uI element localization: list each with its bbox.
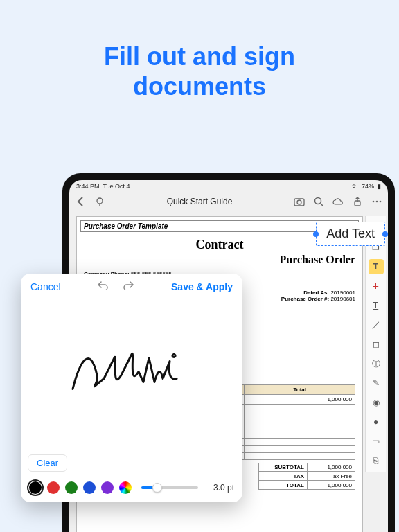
save-apply-button[interactable]: Save & Apply <box>171 281 233 292</box>
po-num-val: 20190601 <box>330 296 355 302</box>
bulb-icon[interactable] <box>94 196 105 207</box>
svg-point-7 <box>373 201 375 203</box>
tax-val: Tax Free <box>307 472 355 481</box>
swatch-custom[interactable] <box>119 481 132 494</box>
tool-stamp-icon[interactable]: ◉ <box>369 395 384 410</box>
cancel-button[interactable]: Cancel <box>30 281 61 292</box>
dated-val: 20190601 <box>330 290 355 296</box>
tool-image-icon[interactable]: ▭ <box>369 434 384 449</box>
tool-text-icon[interactable]: T <box>369 259 384 274</box>
swatch-red[interactable] <box>47 481 60 494</box>
tool-mic-icon[interactable]: ● <box>369 414 384 429</box>
status-bar: 3:44 PM Tue Oct 4 ᯤ 74% ▮ <box>69 180 388 191</box>
swatch-purple[interactable] <box>101 481 114 494</box>
undo-icon[interactable] <box>97 281 109 293</box>
camera-icon[interactable] <box>294 196 305 207</box>
battery-icon: ▮ <box>378 183 381 190</box>
back-icon[interactable] <box>75 196 86 207</box>
total-label: TOTAL <box>258 481 307 490</box>
tool-link-icon[interactable]: ⎘ <box>369 453 384 468</box>
app-toolbar: Quick Start Guide <box>69 191 388 212</box>
svg-point-9 <box>380 201 382 203</box>
svg-point-8 <box>376 201 378 203</box>
signature-footer: Clear 3.0 pt <box>21 450 242 502</box>
battery-percent: 74% <box>362 183 374 190</box>
svg-point-0 <box>97 198 103 204</box>
right-tool-rail: ▣ ❐ T T T ／ ◻ Ⓣ ✎ ◉ ● ▭ ⎘ <box>365 216 386 472</box>
more-icon[interactable] <box>371 196 382 207</box>
subtotal-label: SUBTOTAL <box>258 463 307 472</box>
thickness-slider[interactable] <box>141 486 198 489</box>
signature-canvas[interactable] <box>21 300 242 450</box>
cloud-icon[interactable] <box>332 196 344 207</box>
doc-title-toolbar: Quick Start Guide <box>114 197 285 206</box>
swatch-green[interactable] <box>65 481 78 494</box>
tool-strike-icon[interactable]: T <box>369 278 384 294</box>
status-date: Tue Oct 4 <box>103 183 130 190</box>
status-right: ᯤ 74% ▮ <box>352 183 381 190</box>
dated-label: Dated As: <box>303 290 329 296</box>
po-num-label: Purchase Order #: <box>281 296 329 302</box>
svg-line-5 <box>321 204 323 206</box>
status-time: 3:44 PM <box>76 183 100 190</box>
clear-button[interactable]: Clear <box>28 454 67 472</box>
tax-label: TAX <box>258 472 307 481</box>
swatch-blue[interactable] <box>83 481 96 494</box>
add-text-label: Add Text <box>326 227 375 240</box>
tool-pen-icon[interactable]: ／ <box>369 317 384 332</box>
search-icon[interactable] <box>313 196 324 207</box>
svg-point-4 <box>315 198 321 204</box>
redo-icon[interactable] <box>122 281 134 293</box>
signature-stroke <box>66 341 197 403</box>
thickness-value: 3.0 pt <box>208 483 234 493</box>
total-val: 1,000,000 <box>307 481 355 490</box>
add-text-callout[interactable]: Add Text <box>316 222 385 246</box>
svg-point-3 <box>297 200 301 204</box>
signature-panel: Cancel Save & Apply Clear <box>21 274 242 502</box>
swatch-black[interactable] <box>29 481 42 494</box>
share-icon[interactable] <box>352 196 363 207</box>
col-total: Total <box>245 385 355 395</box>
headline-line1: Fill out and sign <box>104 42 295 71</box>
signature-toolbar: Cancel Save & Apply <box>21 274 242 300</box>
po-subtitle: Purchase Order <box>84 254 355 266</box>
subtotal-val: 1,000,000 <box>307 463 355 472</box>
wifi-icon: ᯤ <box>352 183 358 190</box>
tool-shape-icon[interactable]: ◻ <box>369 337 384 352</box>
tool-signature-icon[interactable]: ✎ <box>369 375 384 391</box>
headline: Fill out and sign documents <box>0 0 399 101</box>
tool-underline-icon[interactable]: T <box>369 298 384 313</box>
tool-textbox-icon[interactable]: Ⓣ <box>369 356 384 371</box>
status-left: 3:44 PM Tue Oct 4 <box>76 183 130 190</box>
color-palette: 3.0 pt <box>21 476 242 502</box>
headline-line2: documents <box>133 72 266 100</box>
